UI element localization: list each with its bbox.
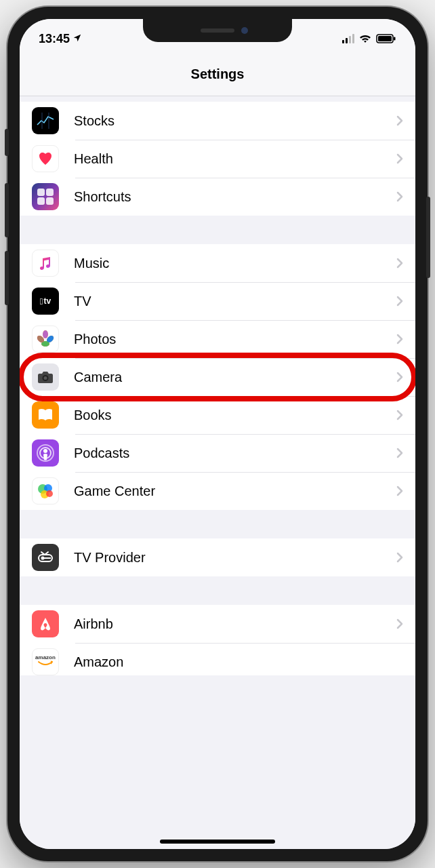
settings-group-2: Music tv TV: [20, 244, 415, 510]
notch: [143, 19, 292, 42]
row-label: TV Provider: [74, 550, 396, 566]
settings-row-tvprovider[interactable]: TV Provider: [20, 538, 415, 576]
chevron-right-icon: [396, 618, 403, 629]
status-time: 13:45: [39, 32, 70, 46]
volume-down-button: [5, 251, 9, 305]
status-left: 13:45: [39, 32, 82, 46]
row-label: Game Center: [74, 484, 396, 499]
row-label: Camera: [74, 370, 396, 385]
location-icon: [72, 32, 82, 46]
settings-row-amazon[interactable]: amazon Amazon: [20, 643, 415, 675]
books-icon: [32, 401, 59, 429]
camera-icon: [32, 363, 59, 391]
settings-group-4: Airbnb amazon Amazon: [20, 605, 415, 675]
settings-row-camera[interactable]: Camera: [20, 358, 415, 396]
chevron-right-icon: [396, 153, 403, 164]
cellular-signal-icon: [342, 34, 354, 43]
settings-row-music[interactable]: Music: [20, 244, 415, 282]
row-label: TV: [74, 294, 396, 309]
settings-row-photos[interactable]: Photos: [20, 320, 415, 358]
settings-row-shortcuts[interactable]: Shortcuts: [20, 178, 415, 216]
settings-row-books[interactable]: Books: [20, 396, 415, 434]
svg-point-17: [43, 449, 47, 453]
status-right: [342, 34, 396, 43]
amazon-icon: amazon: [32, 648, 59, 675]
row-label: Airbnb: [74, 616, 396, 632]
svg-rect-1: [378, 36, 392, 41]
side-button: [426, 197, 430, 278]
chevron-right-icon: [396, 552, 403, 563]
svg-rect-2: [394, 37, 396, 41]
chevron-right-icon: [396, 410, 403, 420]
row-label: Health: [74, 151, 396, 167]
svg-point-21: [46, 490, 53, 497]
health-icon: [32, 145, 59, 172]
settings-row-airbnb[interactable]: Airbnb: [20, 605, 415, 643]
screen: 13:45 Setting: [20, 19, 415, 849]
chevron-right-icon: [396, 115, 403, 126]
settings-list[interactable]: Stocks Health Shortcuts: [20, 96, 415, 849]
settings-row-podcasts[interactable]: Podcasts: [20, 434, 415, 472]
row-label: Shortcuts: [74, 189, 396, 205]
page-title: Settings: [191, 66, 245, 82]
wifi-icon: [358, 34, 372, 43]
tv-icon: tv: [32, 288, 59, 315]
mute-switch: [5, 129, 9, 156]
settings-row-health[interactable]: Health: [20, 140, 415, 178]
settings-group-1: Stocks Health Shortcuts: [20, 102, 415, 216]
chevron-right-icon: [396, 486, 403, 496]
tvprovider-icon: [32, 544, 59, 571]
chevron-right-icon: [396, 296, 403, 307]
volume-up-button: [5, 183, 9, 237]
row-label: Photos: [74, 332, 396, 347]
chevron-right-icon: [396, 334, 403, 344]
podcasts-icon: [32, 439, 59, 467]
gamecenter-icon: [32, 477, 59, 505]
chevron-right-icon: [396, 372, 403, 382]
row-label: Amazon: [74, 654, 403, 670]
chevron-right-icon: [396, 191, 403, 202]
home-indicator[interactable]: [160, 840, 275, 844]
settings-row-tv[interactable]: tv TV: [20, 282, 415, 320]
chevron-right-icon: [396, 258, 403, 269]
navigation-header: Settings: [20, 53, 415, 96]
phone-frame: 13:45 Setting: [7, 7, 428, 861]
settings-row-gamecenter[interactable]: Game Center: [20, 472, 415, 510]
row-label: Podcasts: [74, 446, 396, 461]
settings-row-stocks[interactable]: Stocks: [20, 102, 415, 140]
airbnb-icon: [32, 610, 59, 637]
settings-group-3: TV Provider: [20, 538, 415, 576]
svg-point-9: [43, 330, 48, 338]
chevron-right-icon: [396, 448, 403, 458]
battery-icon: [376, 34, 396, 43]
music-icon: [32, 250, 59, 277]
stocks-icon: [32, 107, 59, 134]
svg-point-14: [44, 376, 47, 380]
row-label: Books: [74, 408, 396, 423]
photos-icon: [32, 326, 59, 353]
row-label: Music: [74, 256, 396, 271]
row-label: Stocks: [74, 113, 396, 129]
shortcuts-icon: [32, 183, 59, 210]
